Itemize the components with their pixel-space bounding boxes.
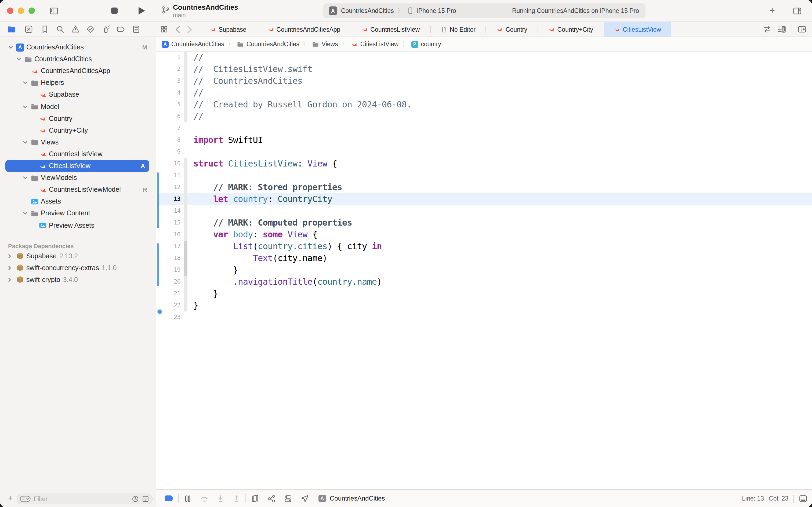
code-line-16[interactable]: 16 var body: some View { xyxy=(156,229,812,241)
view-debugger-icon[interactable] xyxy=(250,494,259,503)
code-line-1[interactable]: 1// xyxy=(156,52,812,63)
breadcrumb-item-citieslistview[interactable]: CitiesListView xyxy=(351,41,399,48)
line-number[interactable]: 22 xyxy=(160,300,180,312)
report-navigator-icon[interactable] xyxy=(131,25,141,34)
sidebar-item-country[interactable]: Country xyxy=(0,113,156,124)
editor-tab-countrieslistview[interactable]: CountriesListView xyxy=(351,22,430,37)
filter-field[interactable]: Filter xyxy=(17,494,153,504)
sidebar-item-model[interactable]: Model xyxy=(0,101,156,113)
sidebar-item-citieslistview[interactable]: CitiesListViewA xyxy=(5,160,149,172)
pause-execution-icon[interactable] xyxy=(183,494,192,503)
line-number[interactable]: 4 xyxy=(160,87,180,99)
sidebar-item-preview-content[interactable]: Preview Content xyxy=(0,208,156,219)
line-number[interactable]: 3 xyxy=(160,75,180,87)
navigator-editor-divider[interactable] xyxy=(156,0,156,507)
line-number[interactable]: 13 xyxy=(160,193,180,205)
code-line-22[interactable]: 22} xyxy=(156,300,812,312)
sidebar-item-countrieslistview[interactable]: CountriesListView xyxy=(0,148,156,160)
code-line-10[interactable]: 10struct CitiesListView: View { xyxy=(156,158,812,170)
line-number[interactable]: 11 xyxy=(160,170,180,181)
line-number[interactable]: 2 xyxy=(160,63,180,75)
sidebar-item-supabase[interactable]: Supabase xyxy=(0,89,156,101)
line-number[interactable]: 9 xyxy=(160,146,180,158)
source-code-editor[interactable]: 1//2// CitiesListView.swift3// Countries… xyxy=(156,52,812,490)
code-line-4[interactable]: 4// xyxy=(156,87,812,99)
run-button[interactable] xyxy=(135,4,148,17)
code-line-9[interactable]: 9 xyxy=(156,146,812,158)
editor-tab-no-editor[interactable]: No Editor xyxy=(430,22,486,37)
code-line-15[interactable]: 15 // MARK: Computed properties xyxy=(156,217,812,229)
go-back-button[interactable] xyxy=(168,22,181,37)
disclosure-chevron-icon[interactable] xyxy=(8,45,13,50)
editor-tab-citieslistview[interactable]: CitiesListView xyxy=(603,22,671,37)
code-line-23[interactable]: 23 xyxy=(156,312,812,323)
disclosure-chevron-icon[interactable] xyxy=(22,80,28,86)
add-file-button[interactable]: + xyxy=(5,492,15,505)
stop-button[interactable] xyxy=(108,4,121,17)
sidebar-item-assets[interactable]: Assets xyxy=(0,196,156,208)
disclosure-chevron-icon[interactable] xyxy=(22,211,28,216)
filter-menu-icon[interactable] xyxy=(20,496,31,502)
package-item-supabase[interactable]: Supabase2.13.2 xyxy=(0,250,156,262)
recent-files-clock-icon[interactable] xyxy=(131,495,139,503)
related-items-button[interactable] xyxy=(156,22,168,37)
code-line-18[interactable]: 18 Text(city.name) xyxy=(156,252,812,264)
sidebar-item-countriesandcities[interactable]: ACountriesAndCitiesM xyxy=(0,41,156,53)
scheme-name[interactable]: CountriesAndCities xyxy=(341,7,394,14)
line-number[interactable]: 21 xyxy=(160,288,180,300)
sidebar-item-countrieslistviewmodel[interactable]: CountriesListViewModelR xyxy=(0,184,156,195)
memory-graph-icon[interactable] xyxy=(267,494,276,503)
go-forward-button[interactable] xyxy=(181,22,199,37)
breadcrumb-item-countriesandcities[interactable]: CountriesAndCities xyxy=(237,41,299,48)
sidebar-item-preview-assets[interactable]: Preview Assets xyxy=(0,219,156,231)
code-line-12[interactable]: 12 // MARK: Stored properties xyxy=(156,181,812,193)
minimize-window-button[interactable] xyxy=(18,7,24,14)
line-number[interactable]: 23 xyxy=(160,312,180,323)
breadcrumb-item-countriesandcities[interactable]: ACountriesAndCities xyxy=(162,41,224,48)
code-line-11[interactable]: 11 xyxy=(156,170,812,181)
sidebar-item-countriesandcities[interactable]: CountriesAndCities xyxy=(0,53,156,65)
disclosure-chevron-icon[interactable] xyxy=(22,104,28,109)
package-item-swift-crypto[interactable]: swift-crypto3.4.0 xyxy=(0,274,156,286)
code-line-2[interactable]: 2// CitiesListView.swift xyxy=(156,63,812,75)
line-number[interactable]: 14 xyxy=(160,205,180,217)
sidebar-item-viewmodels[interactable]: ViewModels xyxy=(0,172,156,184)
breadcrumb-item-country[interactable]: Pcountry xyxy=(411,41,441,48)
line-number[interactable]: 12 xyxy=(160,181,180,193)
step-out-icon[interactable] xyxy=(232,494,241,503)
line-number[interactable]: 19 xyxy=(160,264,180,276)
disclosure-chevron-icon[interactable] xyxy=(22,175,28,180)
environment-overrides-icon[interactable] xyxy=(284,494,293,503)
editor-tab-supabase[interactable]: Supabase xyxy=(199,22,257,37)
code-line-3[interactable]: 3// CountriesAndCities xyxy=(156,75,812,87)
line-number[interactable]: 5 xyxy=(160,99,180,111)
sidebar-item-country-city[interactable]: Country+City xyxy=(0,124,156,136)
disclosure-chevron-icon[interactable] xyxy=(7,277,12,282)
sidebar-item-views[interactable]: Views xyxy=(0,136,156,148)
running-process-name[interactable]: CountriesAndCities xyxy=(330,495,385,502)
debug-navigator-icon[interactable] xyxy=(102,25,111,34)
code-line-8[interactable]: 8import SwiftUI xyxy=(156,134,812,146)
zoom-window-button[interactable] xyxy=(28,7,35,14)
code-line-21[interactable]: 21 } xyxy=(156,288,812,300)
bookmark-navigator-icon[interactable] xyxy=(40,25,49,34)
source-control-navigator-icon[interactable] xyxy=(24,25,33,34)
jump-bar[interactable]: ACountriesAndCities〉CountriesAndCities〉V… xyxy=(156,37,812,52)
source-control-filter-icon[interactable] xyxy=(142,495,149,503)
line-number[interactable]: 6 xyxy=(160,111,180,122)
split-editor-icon[interactable] xyxy=(798,25,807,34)
line-number[interactable]: 17 xyxy=(160,241,180,252)
line-number[interactable]: 8 xyxy=(160,134,180,146)
breakpoint-navigator-icon[interactable] xyxy=(117,25,126,34)
line-number[interactable]: 7 xyxy=(160,122,180,134)
line-number[interactable]: 16 xyxy=(160,229,180,241)
code-line-19[interactable]: 19 } xyxy=(156,264,812,276)
disclosure-chevron-icon[interactable] xyxy=(7,265,12,270)
issue-navigator-icon[interactable] xyxy=(71,25,80,34)
code-line-7[interactable]: 7 xyxy=(156,122,812,134)
editor-tab-countriesandcitiesapp[interactable]: CountriesAndCitiesApp xyxy=(257,22,351,37)
code-line-13[interactable]: 13 let country: CountryCity xyxy=(156,193,812,205)
close-window-button[interactable] xyxy=(7,7,13,14)
code-line-6[interactable]: 6// xyxy=(156,111,812,122)
sidebar-item-helpers[interactable]: Helpers xyxy=(0,77,156,89)
